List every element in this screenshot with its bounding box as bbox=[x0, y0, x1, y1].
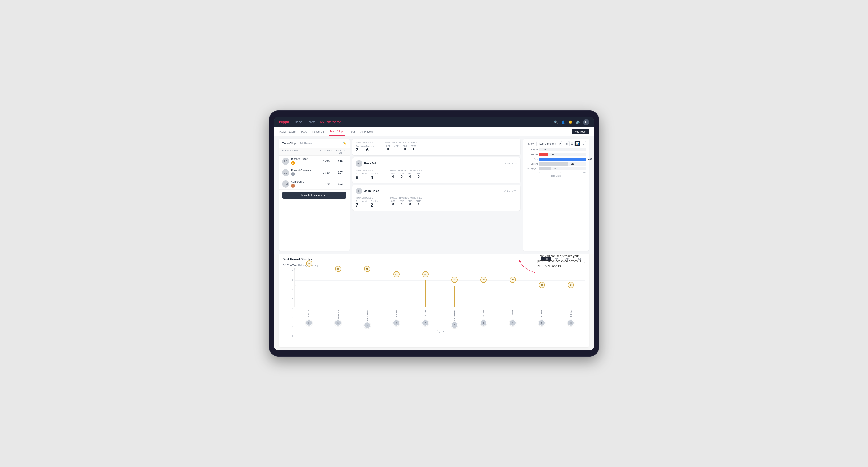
bottom-container: Best Round Streaks ← OTT APP ARG PUTT Of… bbox=[274, 254, 594, 347]
ott-label: OTT bbox=[385, 145, 391, 147]
arrow-annotation-icon: ← bbox=[314, 257, 318, 261]
streak-line-2 bbox=[367, 275, 368, 307]
rees-britt-date: 02 Sep 2023 bbox=[503, 162, 517, 165]
player-row[interactable]: RB Richard Butler 1 19/20 110 bbox=[279, 156, 349, 167]
team-header: Team Clippd | 14 Players ✏️ bbox=[279, 139, 349, 148]
user-icon[interactable]: 👤 bbox=[561, 120, 565, 124]
bar-chart: Eagles 3 Birdies 96 bbox=[526, 148, 586, 177]
streak-bottom-2: D. BillinghamD bbox=[352, 309, 382, 328]
sub-nav-pgat[interactable]: PGAT Players bbox=[279, 127, 296, 136]
player-name-3: Cameron... bbox=[291, 180, 318, 183]
practice-val: 6 bbox=[366, 147, 373, 153]
bar-fill-birdies: 96 bbox=[539, 153, 548, 156]
show-select[interactable]: Last 3 months bbox=[536, 141, 562, 146]
chart-view-icon[interactable]: 📊 bbox=[575, 141, 580, 146]
streak-avatar-8: R bbox=[538, 319, 545, 326]
rees-britt-header: RB Rees Britt 02 Sep 2023 bbox=[356, 160, 517, 167]
streak-area: 7x6x6x5x5x4x4x4x3x3x bbox=[294, 270, 585, 307]
bar-row-birdies: Birdies 96 bbox=[526, 153, 586, 156]
col-player-label: PLAYER NAME bbox=[282, 149, 318, 154]
x-label-200: 200 bbox=[560, 172, 563, 174]
main-content: Team Clippd | 14 Players ✏️ PLAYER NAME … bbox=[274, 136, 594, 254]
subtitle-main: Off The Tee bbox=[283, 264, 297, 267]
avatar-row: E. EbertEB. McHargBD. BillinghamDJ. Cole… bbox=[294, 309, 585, 328]
tablet-screen: clippd Home Teams My Performance 🔍 👤 🔔 ⚙… bbox=[274, 117, 594, 350]
streak-bottom-1: B. McHargB bbox=[323, 309, 352, 328]
rees-britt-practice: Total Practice Activities OTT APP ARG PU… bbox=[390, 169, 422, 180]
arg-val: 0 bbox=[402, 147, 408, 151]
list-view-icon[interactable]: ☰ bbox=[569, 141, 575, 146]
badge-3: 3 bbox=[291, 184, 295, 187]
chart-title: Total Shots bbox=[526, 175, 586, 177]
right-panel: Show Last 3 months ⊞ ☰ 📊 ⊟ Eagles bbox=[523, 139, 589, 251]
nav-home[interactable]: Home bbox=[295, 120, 302, 125]
sub-nav-team-clippd[interactable]: Team Clippd bbox=[329, 127, 345, 136]
filter-putt[interactable]: PUTT bbox=[574, 257, 585, 261]
josh-coles-practice: Total Practice Activities OTT APP ARG PU… bbox=[390, 197, 422, 208]
ott-val: 0 bbox=[385, 147, 391, 151]
app-logo: clippd bbox=[279, 120, 289, 124]
chart-subtitle: Off The Tee, Fairway Accuracy bbox=[283, 264, 585, 267]
streak-line-7 bbox=[513, 286, 513, 307]
streak-col-6: 4x bbox=[469, 270, 498, 307]
sub-nav-all-players[interactable]: All Players bbox=[360, 127, 373, 136]
josh-coles-stats: Total Rounds Tournament 7 Practice 2 bbox=[356, 197, 517, 208]
stat-values: 0 0 0 1 bbox=[385, 147, 417, 151]
player-row[interactable]: EC Edward Crossman 2 18/20 107 bbox=[279, 167, 349, 178]
sub-nav-tour[interactable]: Tour bbox=[349, 127, 355, 136]
bottom-header: Best Round Streaks ← OTT APP ARG PUTT bbox=[283, 257, 585, 261]
table-view-icon[interactable]: ⊟ bbox=[581, 141, 586, 146]
add-team-button[interactable]: Add Team bbox=[572, 129, 589, 134]
sub-nav-hcaps[interactable]: Hcaps 1-5 bbox=[312, 127, 324, 136]
streak-line-6 bbox=[484, 286, 484, 307]
middle-panel: Total Rounds Tournament 7 Practice 6 bbox=[352, 139, 520, 251]
edit-icon[interactable]: ✏️ bbox=[343, 142, 346, 145]
y-label-0: 0 bbox=[292, 335, 293, 337]
rees-britt-rounds: Total Rounds Tournament 8 Practice 4 bbox=[356, 169, 378, 180]
jc-ott: 0 bbox=[390, 203, 397, 206]
bar-track-pars: 499 bbox=[539, 158, 586, 161]
bar-track-bogeys: 311 bbox=[539, 162, 586, 165]
filter-arg[interactable]: ARG bbox=[563, 257, 573, 261]
table-header: PLAYER NAME PB SCORE PB AVG SQ bbox=[279, 148, 349, 156]
chart-x-axis: 0 200 400 bbox=[526, 172, 586, 174]
streak-bubble-5: 4x bbox=[452, 277, 458, 283]
player-row[interactable]: CM Cameron... 3 17/20 103 bbox=[279, 178, 349, 190]
player-name-1: Richard Butler bbox=[291, 158, 318, 160]
filter-ott[interactable]: OTT bbox=[541, 257, 551, 261]
team-title: Team Clippd bbox=[282, 142, 298, 145]
streak-bubble-8: 3x bbox=[539, 282, 545, 288]
bar-track-birdies: 96 bbox=[539, 153, 586, 156]
rb-putt: 0 bbox=[415, 175, 422, 178]
grid-view-icon[interactable]: ⊞ bbox=[564, 141, 569, 146]
streak-avatar-0: E bbox=[306, 319, 312, 326]
streak-avatar-7: M bbox=[509, 319, 516, 326]
rb-app: 0 bbox=[398, 175, 405, 178]
bar-fill-pars: 499 bbox=[539, 158, 586, 161]
bar-label-dbogeys: D. Bogeys + bbox=[526, 168, 538, 170]
search-icon[interactable]: 🔍 bbox=[554, 120, 558, 124]
sub-nav: PGAT Players PGA Hcaps 1-5 Team Clippd T… bbox=[274, 127, 594, 136]
streak-col-0: 7x bbox=[294, 270, 323, 307]
bell-icon[interactable]: 🔔 bbox=[568, 120, 572, 124]
nav-my-performance[interactable]: My Performance bbox=[320, 120, 341, 125]
stat-total-rounds: Total Rounds Tournament 7 Practice 6 bbox=[356, 142, 373, 153]
streak-col-8: 3x bbox=[527, 270, 556, 307]
josh-coles-card: JC Josh Coles 26 Aug 2023 Total Rounds T… bbox=[352, 185, 520, 211]
settings-icon[interactable]: ⚙️ bbox=[576, 120, 580, 124]
practice-sub-label: Practice bbox=[366, 145, 373, 147]
filter-app[interactable]: APP bbox=[552, 257, 562, 261]
nav-teams[interactable]: Teams bbox=[307, 120, 315, 125]
x-axis-label: Players bbox=[294, 330, 585, 333]
josh-coles-info: JC Josh Coles bbox=[356, 188, 379, 194]
tournament-val-rb: 8 bbox=[356, 175, 367, 180]
streak-player-name-9: C. Quick bbox=[570, 310, 572, 317]
view-leaderboard-button[interactable]: View Full Leaderboard bbox=[282, 192, 346, 198]
first-summary-card: Total Rounds Tournament 7 Practice 6 bbox=[352, 139, 520, 155]
card-stats-summary: Total Rounds Tournament 7 Practice 6 bbox=[356, 142, 517, 153]
filter-tabs: OTT APP ARG PUTT bbox=[541, 257, 585, 261]
user-avatar[interactable]: U bbox=[583, 119, 589, 125]
sub-nav-pga[interactable]: PGA bbox=[301, 127, 307, 136]
bar-value-bogeys: 311 bbox=[571, 163, 574, 165]
bar-fill-eagles: 3 bbox=[539, 148, 539, 151]
